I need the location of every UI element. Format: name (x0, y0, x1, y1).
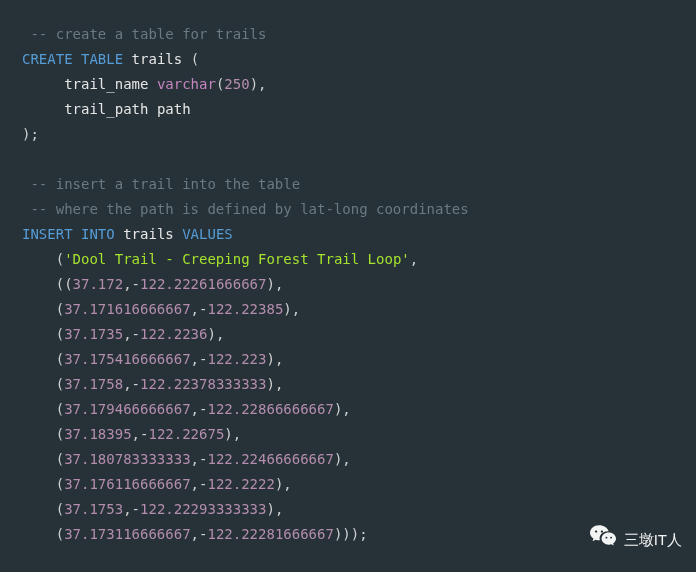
watermark-text: 三墩IT人 (624, 527, 682, 552)
wechat-icon (590, 525, 616, 554)
kw-into: INTO (81, 226, 115, 242)
type-varchar: varchar (157, 76, 216, 92)
comment: -- where the path is defined by lat-long… (22, 201, 469, 217)
watermark: 三墩IT人 (590, 525, 682, 554)
string-trail-name: 'Dool Trail - Creeping Forest Trail Loop… (64, 251, 410, 267)
kw-values: VALUES (182, 226, 233, 242)
code-block: -- create a table for trails CREATE TABL… (0, 0, 696, 569)
id-trails: trails (132, 51, 183, 67)
kw-table: TABLE (81, 51, 123, 67)
id-trail-name: trail_name (64, 76, 148, 92)
kw-create: CREATE (22, 51, 73, 67)
comment: -- create a table for trails (22, 26, 266, 42)
id-path: path (157, 101, 191, 117)
comment: -- insert a trail into the table (22, 176, 300, 192)
num-250: 250 (224, 76, 249, 92)
id-trails: trails (123, 226, 174, 242)
kw-insert: INSERT (22, 226, 73, 242)
id-trail-path: trail_path (64, 101, 148, 117)
